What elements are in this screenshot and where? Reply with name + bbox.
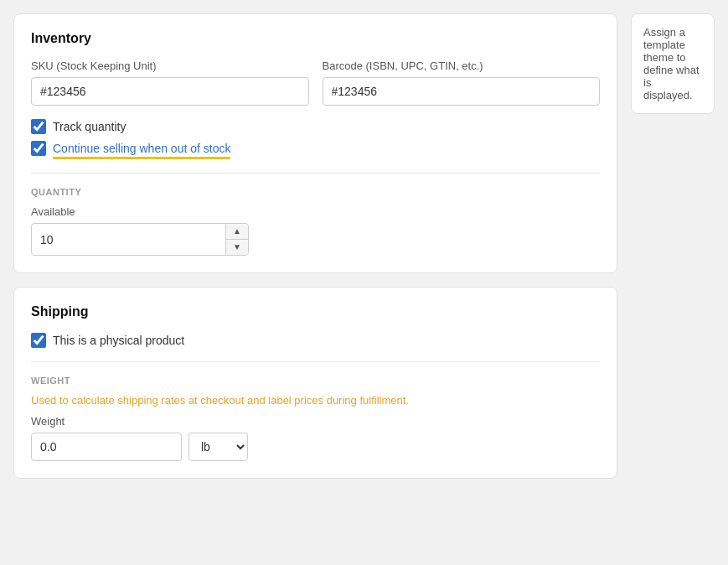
weight-description: Used to calculate shipping rates at chec… bbox=[31, 394, 600, 407]
quantity-section-label: QUANTITY bbox=[31, 187, 600, 197]
sku-barcode-row: SKU (Stock Keeping Unit) Barcode (ISBN, … bbox=[31, 60, 600, 106]
sidebar: Assign a template theme to define what i… bbox=[631, 13, 715, 479]
physical-product-label: This is a physical product bbox=[53, 334, 184, 347]
shipping-card: Shipping This is a physical product WEIG… bbox=[13, 287, 617, 479]
shipping-divider bbox=[31, 361, 600, 362]
continue-selling-checkbox[interactable] bbox=[31, 141, 46, 156]
weight-input[interactable] bbox=[31, 433, 182, 461]
inventory-divider bbox=[31, 173, 600, 174]
quantity-spinners: ▲ ▼ bbox=[225, 224, 248, 255]
sidebar-card: Assign a template theme to define what i… bbox=[631, 13, 715, 114]
track-quantity-label: Track quantity bbox=[53, 120, 126, 133]
barcode-input[interactable] bbox=[323, 77, 601, 106]
sku-input[interactable] bbox=[31, 77, 309, 106]
quantity-up-button[interactable]: ▲ bbox=[226, 224, 248, 240]
quantity-down-button[interactable]: ▼ bbox=[226, 240, 248, 255]
track-quantity-row: Track quantity bbox=[31, 119, 600, 134]
continue-selling-row: Continue selling when out of stock bbox=[31, 141, 230, 156]
shipping-title: Shipping bbox=[31, 304, 600, 319]
physical-product-checkbox[interactable] bbox=[31, 333, 46, 348]
barcode-group: Barcode (ISBN, UPC, GTIN, etc.) bbox=[323, 60, 601, 106]
track-quantity-checkbox[interactable] bbox=[31, 119, 46, 134]
physical-product-row: This is a physical product bbox=[31, 333, 600, 348]
continue-selling-label: Continue selling when out of stock bbox=[53, 142, 230, 155]
barcode-label: Barcode (ISBN, UPC, GTIN, etc.) bbox=[323, 60, 601, 72]
quantity-input[interactable] bbox=[32, 226, 225, 253]
inventory-card: Inventory SKU (Stock Keeping Unit) Barco… bbox=[13, 13, 617, 273]
weight-input-row: lb kg oz g bbox=[31, 433, 600, 461]
sku-label: SKU (Stock Keeping Unit) bbox=[31, 60, 309, 72]
available-label: Available bbox=[31, 205, 600, 218]
sku-group: SKU (Stock Keeping Unit) bbox=[31, 60, 309, 106]
quantity-input-wrapper: ▲ ▼ bbox=[31, 223, 249, 256]
inventory-title: Inventory bbox=[31, 31, 600, 46]
weight-label: Weight bbox=[31, 415, 600, 428]
sidebar-description: Assign a template theme to define what i… bbox=[643, 26, 700, 101]
weight-unit-select[interactable]: lb kg oz g bbox=[188, 433, 248, 461]
weight-section-label: WEIGHT bbox=[31, 376, 600, 386]
